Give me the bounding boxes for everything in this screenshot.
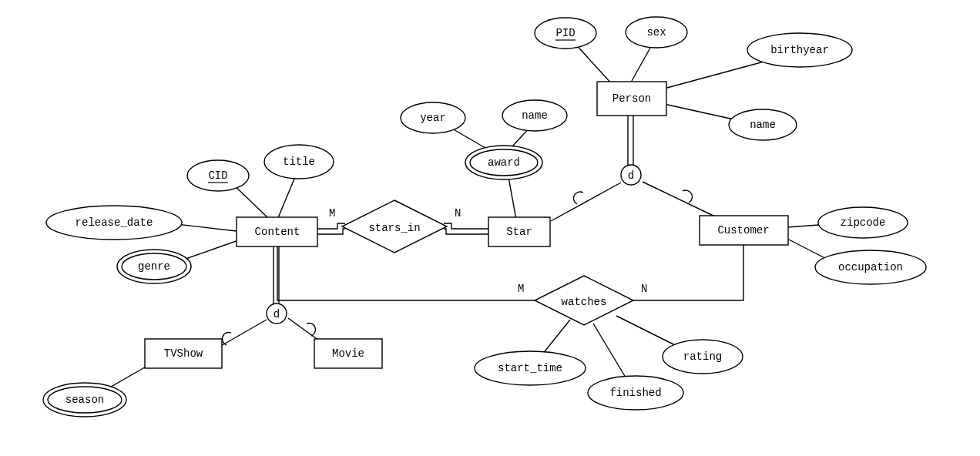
attr-cid: CID	[187, 160, 249, 191]
attr-title: title	[264, 145, 334, 179]
relationship-watches: watches	[535, 276, 633, 325]
attr-season: season	[43, 383, 126, 417]
attr-person-name: name	[729, 109, 797, 140]
attr-year-label: year	[420, 112, 446, 124]
relationship-stars-in-label: stars_in	[368, 222, 420, 234]
relationship-stars-in: stars_in	[342, 200, 447, 253]
entity-tvshow-label: TVShow	[164, 347, 203, 360]
attr-season-label: season	[65, 394, 104, 406]
svg-line-1	[277, 173, 297, 220]
svg-line-9	[508, 177, 516, 220]
entity-person: Person	[597, 82, 666, 116]
entity-movie-label: Movie	[332, 347, 364, 360]
entity-customer: Customer	[700, 216, 788, 245]
attr-cid-label: CID	[208, 169, 227, 182]
attr-pid: PID	[535, 18, 596, 49]
attr-award-label: award	[488, 156, 520, 169]
specialization-person: d	[621, 165, 641, 185]
attr-finished-label: finished	[609, 387, 661, 399]
entity-customer-label: Customer	[717, 224, 769, 236]
attr-zipcode: zipcode	[818, 207, 908, 238]
attr-title-label: title	[283, 156, 315, 168]
attr-zipcode-label: zipcode	[841, 216, 886, 229]
watches-right-card: N	[641, 283, 647, 295]
stars-in-right-card: N	[455, 207, 461, 220]
attr-release-date-label: release_date	[76, 216, 153, 229]
entity-content: Content	[237, 217, 317, 246]
attr-year: year	[401, 102, 465, 133]
attr-occupation: occupation	[815, 250, 926, 284]
svg-line-19	[643, 182, 717, 217]
svg-line-18	[551, 183, 621, 221]
entity-star-label: Star	[506, 226, 532, 238]
attr-award-name: name	[502, 100, 567, 131]
attr-genre: genre	[117, 250, 191, 283]
watches-left-card: M	[518, 283, 524, 295]
specialization-content: d	[267, 303, 287, 324]
entity-person-label: Person	[612, 92, 651, 105]
attr-occupation-label: occupation	[838, 261, 903, 273]
entity-content-label: Content	[255, 226, 300, 238]
attr-release-date: release_date	[46, 206, 182, 240]
entity-movie: Movie	[314, 339, 382, 368]
attr-award: award	[465, 146, 542, 179]
attr-sex-label: sex	[646, 26, 666, 39]
attr-start-time: start_time	[475, 351, 586, 385]
svg-line-12	[574, 42, 612, 85]
attr-award-name-label: name	[522, 109, 548, 122]
svg-line-14	[664, 58, 778, 89]
attr-rating-label: rating	[683, 350, 722, 363]
stars-in-left-card: M	[329, 207, 335, 220]
attr-rating: rating	[663, 340, 743, 374]
attr-genre-label: genre	[138, 260, 170, 273]
er-diagram: Content Star Person Customer TVShow Movi…	[0, 0, 980, 456]
entity-tvshow: TVShow	[145, 339, 222, 368]
attr-person-name-label: name	[750, 119, 776, 131]
entity-star: Star	[488, 217, 550, 246]
relationship-watches-label: watches	[562, 296, 607, 308]
attr-birthyear: birthyear	[747, 33, 852, 67]
svg-line-13	[632, 42, 653, 81]
spec-person-label: d	[628, 169, 634, 182]
attr-birthyear-label: birthyear	[770, 44, 829, 56]
spec-content-label: d	[274, 308, 280, 320]
attr-finished: finished	[588, 376, 683, 410]
attr-pid-label: PID	[555, 27, 575, 39]
attr-sex: sex	[626, 17, 687, 48]
attr-start-time-label: start_time	[498, 362, 562, 374]
